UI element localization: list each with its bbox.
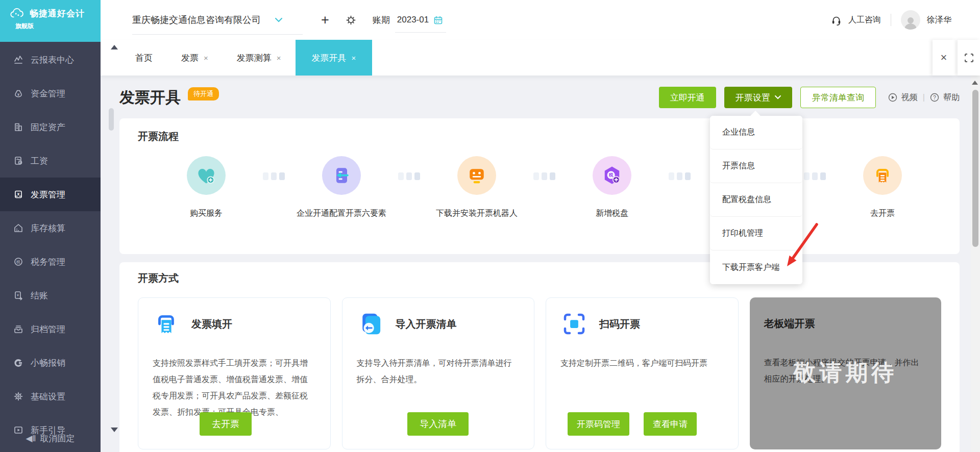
sidebar-item-label: 资金管理 bbox=[31, 88, 65, 99]
tabbar: 首页 发票 × 发票测算 × 发票开具 × × bbox=[101, 40, 980, 76]
flow-step-buy-service[interactable]: 购买服务 bbox=[140, 156, 273, 219]
tab-label: 发票 bbox=[181, 52, 199, 64]
help-icon: ? bbox=[930, 93, 939, 102]
topbar-right: 人工咨询 徐泽华 bbox=[831, 10, 980, 30]
chevron-down-icon bbox=[775, 95, 781, 99]
tab-close-icon[interactable]: × bbox=[204, 54, 208, 62]
topbar: 重庆畅捷交通信息咨询有限公司 + 账期 2023-01 人工咨询 徐泽华 bbox=[101, 0, 980, 40]
sidebar-item-archive[interactable]: 归档管理 bbox=[0, 312, 101, 346]
chart-icon bbox=[13, 55, 23, 65]
card-description: 支持定制开票二维码，客户端可扫码开票 bbox=[560, 355, 724, 371]
sidebar-item-label: 云报表中心 bbox=[31, 54, 74, 66]
company-name: 重庆畅捷交通信息咨询有限公司 bbox=[132, 14, 261, 26]
sidebar-item-tax[interactable]: 税 税务管理 bbox=[0, 245, 101, 279]
svg-text:?: ? bbox=[933, 94, 936, 101]
page-actions: 立即开通 开票设置 异常清单查询 视频 | ? 帮助 bbox=[659, 87, 960, 108]
flow-step-six-elements[interactable]: 企业开通配置开票六要素 bbox=[275, 156, 408, 219]
archive-icon bbox=[13, 324, 23, 334]
menu-item-tax-disk-config[interactable]: 配置税盘信息 bbox=[710, 183, 802, 217]
heart-plus-icon bbox=[187, 156, 226, 195]
svg-text:¥: ¥ bbox=[17, 192, 20, 196]
flow-step-label: 企业开通配置开票六要素 bbox=[275, 208, 408, 219]
tax-disk-plus-icon: 税 bbox=[593, 156, 631, 195]
menu-item-printer-mgmt[interactable]: 打印机管理 bbox=[710, 217, 802, 250]
menu-item-invoice-info[interactable]: 开票信息 bbox=[710, 149, 802, 183]
tax-icon: 税 bbox=[13, 257, 23, 267]
menu-item-company-info[interactable]: 企业信息 bbox=[710, 116, 802, 149]
main-scroll-up-icon[interactable] bbox=[972, 81, 978, 85]
view-request-button[interactable]: 查看申请 bbox=[644, 412, 697, 436]
page-title: 发票开具 bbox=[119, 87, 181, 108]
svg-text:¥: ¥ bbox=[17, 92, 20, 97]
card-import-list: 导入开票清单 支持导入待开票清单，可对待开票清单进行拆分、合并处理。 导入清单 bbox=[342, 297, 535, 449]
sidebar-item-cloud-reports[interactable]: 云报表中心 bbox=[0, 43, 101, 77]
sidebar-item-fixed-assets[interactable]: 固定资产 bbox=[0, 110, 101, 144]
tab-close-icon[interactable]: × bbox=[277, 54, 281, 62]
invoice-settings-button[interactable]: 开票设置 bbox=[724, 87, 792, 108]
user-name[interactable]: 徐泽华 bbox=[927, 15, 951, 26]
help-link[interactable]: 帮助 bbox=[943, 92, 960, 103]
tab-invoice-calc[interactable]: 发票测算 × bbox=[223, 40, 296, 76]
flow-step-robot[interactable]: 下载并安装开票机器人 bbox=[410, 156, 543, 219]
sidebar-scrollbar-thumb[interactable] bbox=[109, 108, 114, 131]
main-content: 发票开具 待开通 立即开通 开票设置 异常清单查询 视频 | ? 帮助 bbox=[101, 76, 980, 452]
abnormal-list-button[interactable]: 异常清单查询 bbox=[800, 87, 876, 108]
status-badge: 待开通 bbox=[188, 87, 219, 101]
go-invoice-button[interactable]: 去开票 bbox=[200, 412, 252, 436]
flow-step-go-invoice[interactable]: 去开票 bbox=[816, 156, 949, 219]
card-title: 导入开票清单 bbox=[396, 317, 457, 331]
settings-gear-icon[interactable] bbox=[346, 15, 356, 26]
card-boss-invoice: 老板端开票 查看老板端小程序提交的开票申请，并作出相应的开票处理。 敬请期待 bbox=[750, 297, 942, 449]
sidebar-scroll-down-icon[interactable] bbox=[111, 428, 118, 432]
gear-icon bbox=[13, 391, 23, 401]
sidebar-item-invoice-mgmt[interactable]: ¥ 发票管理 bbox=[0, 178, 101, 211]
brand-block: 畅捷通好会计 旗舰版 bbox=[0, 0, 101, 42]
invoice-code-manage-button[interactable]: 开票码管理 bbox=[568, 412, 629, 436]
activate-now-button[interactable]: 立即开通 bbox=[659, 87, 716, 108]
card-description: 支持导入待开票清单，可对待开票清单进行拆分、合并处理。 bbox=[357, 355, 520, 388]
main-scrollbar-thumb[interactable] bbox=[972, 90, 978, 247]
svg-text:税: 税 bbox=[16, 260, 20, 264]
video-link[interactable]: 视频 bbox=[901, 92, 918, 103]
fullscreen-button[interactable] bbox=[958, 40, 980, 76]
sidebar-item-closing[interactable]: ¥ 结账 bbox=[0, 279, 101, 312]
period-label: 账期 bbox=[373, 14, 390, 26]
sidebar-item-inventory[interactable]: 库存核算 bbox=[0, 211, 101, 245]
blue-invoice-printer-icon bbox=[153, 310, 180, 338]
sidebar-item-expense[interactable]: 小畅报销 bbox=[0, 346, 101, 380]
headset-icon bbox=[831, 14, 842, 26]
menu-item-download-client[interactable]: 下载开票客户端 bbox=[710, 250, 802, 284]
flow-step-add-tax-disk[interactable]: 税 新增税盘 bbox=[546, 156, 678, 219]
method-cards: 发票填开 支持按照发票样式手工填开发票；可开具增值税电子普通发票、增值税普通发票… bbox=[138, 297, 941, 449]
import-list-button[interactable]: 导入清单 bbox=[407, 412, 469, 436]
tab-invoice[interactable]: 发票 × bbox=[167, 40, 223, 76]
scan-card-buttons: 开票码管理 查看申请 bbox=[568, 412, 697, 436]
card-invoice-fill: 发票填开 支持按照发票样式手工填开发票；可开具增值税电子普通发票、增值税普通发票… bbox=[138, 297, 331, 449]
calendar-icon bbox=[433, 15, 443, 25]
card-description: 查看老板端小程序提交的开票申请，并作出相应的开票处理。 bbox=[764, 355, 927, 387]
tab-home[interactable]: 首页 bbox=[121, 40, 167, 76]
flow-step-label: 下载并安装开票机器人 bbox=[410, 208, 543, 219]
window-controls: × bbox=[933, 40, 980, 76]
sidebar-item-label: 归档管理 bbox=[31, 323, 65, 335]
period-selector[interactable]: 2023-01 bbox=[397, 15, 443, 25]
company-selector[interactable]: 重庆畅捷交通信息咨询有限公司 bbox=[132, 14, 303, 26]
sidebar-item-payroll[interactable]: ¥ 工资 bbox=[0, 144, 101, 178]
sidebar-item-settings[interactable]: 基础设置 bbox=[0, 380, 101, 413]
sidebar-item-funds[interactable]: ¥ 资金管理 bbox=[0, 77, 101, 110]
tab-invoice-issue[interactable]: 发票开具 × bbox=[296, 40, 373, 76]
scan-qr-icon bbox=[560, 310, 588, 338]
unpin-sidebar-button[interactable]: ◀‖ 取消固定 bbox=[0, 433, 101, 444]
svg-text:税: 税 bbox=[608, 172, 614, 178]
card-description: 支持按照发票样式手工填开发票；可开具增值税电子普通发票、增值税普通发票、增值税专… bbox=[153, 355, 316, 420]
tab-close-icon[interactable]: × bbox=[352, 54, 356, 62]
brand-name: 畅捷通好会计 bbox=[30, 8, 85, 19]
support-link[interactable]: 人工咨询 bbox=[848, 15, 881, 26]
sidebar-scroll-up-icon[interactable] bbox=[111, 45, 118, 49]
sidebar: 畅捷通好会计 旗舰版 云报表中心 ¥ 资金管理 固定资产 ¥ 工资 ¥ bbox=[0, 0, 101, 452]
close-all-tabs-button[interactable]: × bbox=[933, 40, 955, 76]
card-title: 老板端开票 bbox=[764, 317, 815, 331]
add-company-button[interactable]: + bbox=[321, 13, 329, 27]
video-play-icon bbox=[888, 93, 897, 102]
avatar[interactable] bbox=[901, 10, 920, 30]
